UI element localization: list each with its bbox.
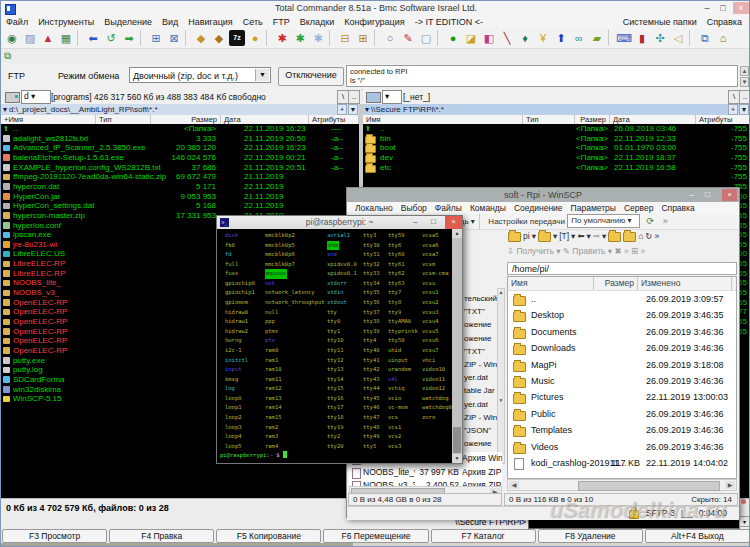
function-key-button[interactable]: F3 Просмотр: [2, 529, 107, 543]
remote-path-bar[interactable]: /home/pi/: [507, 262, 737, 275]
toolbar-icon[interactable]: ♦: [517, 30, 533, 46]
close-icon[interactable]: ×: [722, 189, 737, 201]
path-bar-right[interactable]: ▾\\Secure FTP\RPi\*.* + ▼: [363, 104, 750, 115]
toolbar-icon[interactable]: ▾: [553, 231, 557, 241]
list-item[interactable]: MagPi26.09.2019 3:18:08: [508, 357, 736, 373]
table-row[interactable]: boot<Папка>01.01.1970 03:00-755: [363, 143, 750, 153]
toolbar-icon[interactable]: ✱: [310, 30, 326, 46]
column-header[interactable]: Атрибуты: [696, 115, 750, 124]
command-history-dropdown[interactable]: ▾: [739, 516, 750, 527]
list-item[interactable]: Downloads26.09.2019 3:46:36: [508, 340, 736, 356]
function-key-button[interactable]: F5 Копирование: [216, 529, 321, 543]
column-header[interactable]: Размер: [151, 115, 221, 124]
column-header[interactable]: Размер: [575, 115, 610, 124]
toolbar-icon[interactable]: ✣: [652, 30, 668, 46]
remote-horizontal-scrollbar[interactable]: ◀ ▶: [507, 479, 737, 491]
toolbar-icon[interactable]: ⊠: [166, 30, 182, 46]
list-item[interactable]: Documents26.09.2019 3:46:36: [508, 324, 736, 340]
scroll-down-icon[interactable]: ▼: [740, 77, 749, 87]
scrollbar-thumb[interactable]: [453, 427, 461, 453]
toolbar-icon[interactable]: ▾: [587, 231, 591, 241]
menu-item[interactable]: Команды: [466, 202, 510, 214]
toolbar-icon[interactable]: ⬆: [553, 30, 569, 46]
table-row[interactable]: bin<Папка>22.11.2019 12:33-755: [363, 134, 750, 144]
column-header[interactable]: Изменено: [638, 277, 732, 290]
path-bar-left[interactable]: ▾d:\_project_docs\__AmbiLight_RPi\soft\*…: [1, 104, 359, 115]
toolbar-icon[interactable]: pi: [523, 231, 530, 241]
function-key-button[interactable]: F6 Перемещение: [323, 529, 428, 543]
table-row[interactable]: balenaEtcher-Setup-1.5.63.exe146 024 576…: [1, 153, 359, 163]
menu-item[interactable]: Справка: [702, 16, 747, 28]
menu-item[interactable]: Конфигурация: [339, 16, 409, 28]
menu-item[interactable]: Системные папки: [618, 16, 702, 28]
toolbar-icon[interactable]: ⊟: [337, 30, 353, 46]
disconnect-button[interactable]: Отключение: [278, 67, 344, 86]
column-header[interactable]: Атрибуты: [309, 115, 359, 124]
close-button[interactable]: ×: [733, 2, 749, 14]
more-buttons[interactable]: » ⊞ »: [624, 246, 645, 256]
toolbar-icon[interactable]: ▦: [58, 30, 74, 46]
toolbar-icon[interactable]: ▾: [532, 231, 536, 241]
folder-icon[interactable]: [508, 232, 521, 242]
toolbar-icon[interactable]: ✎: [400, 30, 416, 46]
menu-item[interactable]: Выделение: [99, 16, 157, 28]
toolbar-icon[interactable]: ⬅: [577, 231, 584, 241]
toolbar-icon[interactable]: ▢: [418, 30, 434, 46]
folder-icon[interactable]: [623, 232, 636, 242]
column-header[interactable]: Тип: [523, 115, 575, 124]
putty-titlebar[interactable]: >_ pi@raspberrypi: ~ – □ ×: [217, 216, 462, 229]
toolbar-icon[interactable]: ▾: [602, 231, 606, 241]
drive-select-right[interactable]: ▾: [382, 90, 402, 104]
toolbar-icon[interactable]: ⊞: [148, 30, 164, 46]
table-row[interactable]: ⬆..<Папка>26.09.2019 03:46-755: [363, 124, 750, 134]
toolbar-icon[interactable]: »: [659, 214, 672, 228]
menu-item[interactable]: Инструменты: [33, 16, 99, 28]
menu-item[interactable]: -> IT EDITION <-: [410, 16, 488, 28]
table-row[interactable]: EXAMPLE_hyperion.config_WS2812B.txt37 68…: [1, 163, 359, 173]
folder-icon[interactable]: [538, 232, 551, 242]
list-item[interactable]: Music26.09.2019 3:46:36: [508, 373, 736, 389]
terminal-scrollbar[interactable]: ▲ ▼: [452, 229, 462, 463]
table-row[interactable]: adalight_ws2812b.txt3 33321.11.2019 20:5…: [1, 134, 359, 144]
toolbar-icon[interactable]: ▨: [22, 30, 38, 46]
tab-arrow-icon[interactable]: ▾: [363, 105, 371, 114]
toolbar-icon[interactable]: ⧉: [697, 30, 713, 46]
list-item[interactable]: Templates26.09.2019 3:46:36: [508, 422, 736, 438]
menu-item[interactable]: Вкладки: [295, 16, 340, 28]
toolbar-icon[interactable]: ▰: [589, 30, 605, 46]
toolbar-icon[interactable]: ◆: [193, 30, 209, 46]
toolbar-icon[interactable]: ○: [382, 30, 398, 46]
minimize-button[interactable]: –: [699, 2, 715, 14]
list-item[interactable]: NOOBS_lite_v3_2.zip37 997 KBАрхив ZIP - …: [349, 466, 502, 480]
column-header[interactable]: Имя: [508, 277, 594, 290]
toolbar-icon[interactable]: ⬅: [85, 30, 101, 46]
minimize-button[interactable]: –: [684, 189, 699, 201]
toolbar-icon[interactable]: ➡: [121, 30, 137, 46]
table-row[interactable]: Advanced_IP_Scanner_2.5.3850.exe20 385 1…: [1, 143, 359, 153]
menu-item[interactable]: Вид: [157, 16, 183, 28]
add-tab-button[interactable]: +: [337, 104, 347, 115]
toolbar-icon[interactable]: ⟳: [644, 214, 657, 228]
toolbar-icon[interactable]: ◁: [670, 30, 686, 46]
toolbar-icon[interactable]: ✱: [292, 30, 308, 46]
toolbar-icon[interactable]: ▲: [40, 30, 56, 46]
toolbar-icon[interactable]: [T]: [559, 231, 569, 241]
transfer-settings-select[interactable]: По умолчанию ▾: [567, 214, 640, 228]
menu-item[interactable]: Сервер: [620, 202, 657, 214]
local-vertical-scrollbar[interactable]: ▲▼: [497, 288, 505, 464]
menu-item[interactable]: Файлы: [431, 202, 466, 214]
toolbar-icon[interactable]: ◉: [4, 30, 20, 46]
toolbar-icon[interactable]: ●: [445, 30, 461, 46]
menu-item[interactable]: Соединение: [510, 202, 567, 214]
history-button[interactable]: ▼: [348, 104, 358, 115]
menu-item[interactable]: Локально: [351, 202, 397, 214]
function-key-button[interactable]: F4 Правка: [109, 529, 214, 543]
table-row[interactable]: ffmpeg-20191120-7ead0da-win64-static.zip…: [1, 172, 359, 182]
chevron-down-icon[interactable]: ▼: [255, 69, 269, 81]
toolbar-icon[interactable]: ◆: [211, 30, 227, 46]
toolbar-icon[interactable]: 7z: [229, 30, 245, 46]
menu-item[interactable]: Навигация: [183, 16, 237, 28]
toolbar-icon[interactable]: ⌂: [715, 30, 731, 46]
table-row[interactable]: dev<Папка>22.11.2019 18:37-755: [363, 153, 750, 163]
list-item[interactable]: Videos26.09.2019 3:46:36: [508, 439, 736, 455]
